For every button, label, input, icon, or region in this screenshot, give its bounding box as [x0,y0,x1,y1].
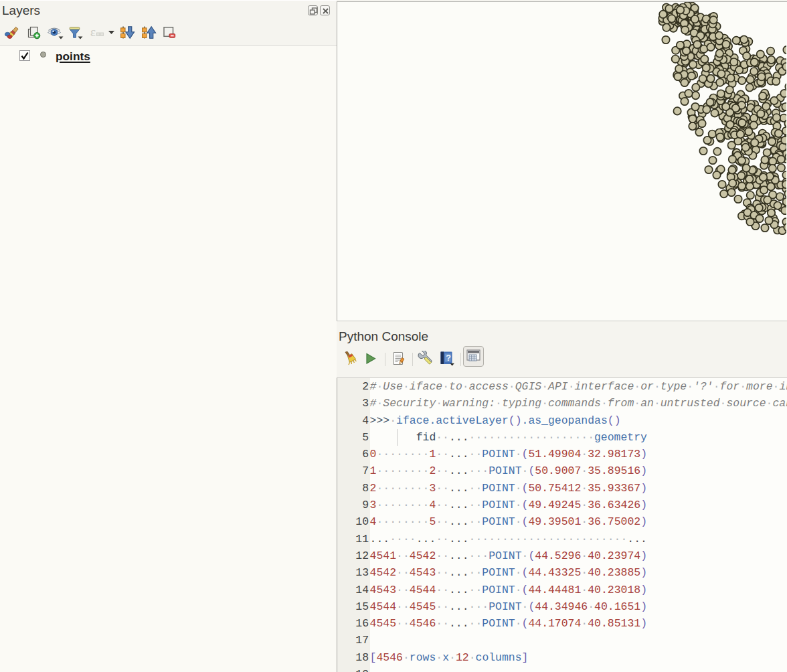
svg-text:ε: ε [90,25,96,39]
svg-text:?: ? [446,353,451,363]
